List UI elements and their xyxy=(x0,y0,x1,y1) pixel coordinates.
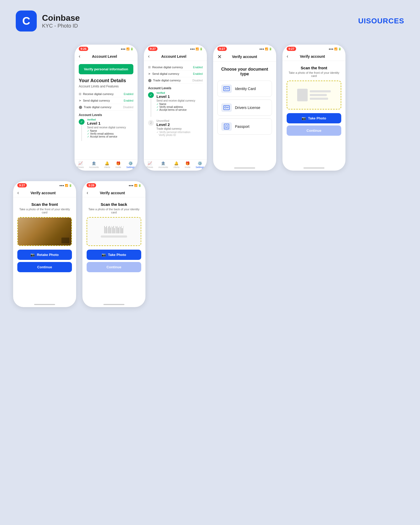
screen-4-scan-front: 9:27 ●●●📶🔋 ‹ Verify account Scan the fro… xyxy=(282,45,345,171)
status-bar-3: 9:27 ●●●📶🔋 xyxy=(213,45,276,52)
passport-label: Passport xyxy=(235,124,249,129)
level1-check3: ✓Accept terms of service xyxy=(87,135,126,138)
send-status: Enabled xyxy=(124,99,133,102)
svg-rect-0 xyxy=(224,87,229,91)
nav-alerts-1[interactable]: 🔔Alerts xyxy=(104,161,110,169)
status-icons-1: ●●●📶🔋 xyxy=(121,48,133,50)
page-header: C Coinbase KYC - Photo ID UISOURCES xyxy=(0,0,420,39)
close-button-3[interactable]: ✕ xyxy=(217,54,222,60)
screen1-content: Verify personal information Your Account… xyxy=(75,61,138,159)
s2-send-icon: ➤ xyxy=(148,72,151,76)
verify-personal-info-btn[interactable]: Verify personal information xyxy=(79,64,133,74)
take-photo-btn-6[interactable]: 📷 Take Photo xyxy=(87,250,141,260)
svg-point-5 xyxy=(225,107,226,108)
scan-placeholder xyxy=(297,89,331,101)
screen5-content: Scan the front Take a photo of the front… xyxy=(13,197,76,302)
level1-badge: Verified xyxy=(87,118,126,121)
nav-prices-1[interactable]: 📈Prices xyxy=(77,161,84,169)
s2-level2-dot: 2 xyxy=(148,120,154,126)
level1-check2: ✓Verify email address xyxy=(87,132,126,135)
status-bar-5: 9:27 ●●●📶🔋 xyxy=(13,181,76,188)
svg-point-9 xyxy=(225,125,228,127)
status-bar-1: 9:26 ●●●📶🔋 xyxy=(75,45,138,52)
nav-accounts-2[interactable]: 🏦Accounts xyxy=(158,161,168,169)
level1-desc: Send and receive digital currency xyxy=(87,126,126,129)
nav-settings-1[interactable]: ⚙️Settings xyxy=(126,161,135,169)
screen-2-account-level: 9:27 ●●●📶🔋 ‹ Account Level ⊞Receive digi… xyxy=(144,45,207,171)
home-indicator-4 xyxy=(303,167,324,169)
feature-send: ➤Send digital currency Enabled xyxy=(79,97,133,104)
status-time-2: 9:27 xyxy=(148,47,158,51)
nav-bar-3: ✕ Verify account xyxy=(213,52,276,62)
s2-level1-dot: ✓ xyxy=(148,92,154,98)
bottom-nav-2: 📈Prices 🏦Accounts 🔔Alerts 🎁Invite ⚙️Sett… xyxy=(144,159,207,171)
nav-title-2: Account Level xyxy=(150,54,198,59)
scan-front-title: Scan the front xyxy=(287,66,341,70)
nav-settings-2[interactable]: ⚙️Settings xyxy=(196,161,204,169)
nav-title-6: Verify account xyxy=(88,191,136,195)
account-levels-label-2: Account Levels xyxy=(148,86,203,90)
home-indicator-3 xyxy=(234,167,255,169)
account-levels-label-1: Account Levels xyxy=(79,113,133,117)
s2-feature-receive: ⊞Receive digital currency Enabled xyxy=(148,64,203,71)
nav-bar-1: ‹ Account Level xyxy=(75,52,138,61)
trade-status: Disabled xyxy=(123,106,133,109)
level1-item: ✓ Verified Level 1 Send and receive digi… xyxy=(79,118,133,141)
camera-icon-5: 📷 xyxy=(30,253,35,257)
nav-prices-2[interactable]: 📈Prices xyxy=(146,161,153,169)
identity-card-icon xyxy=(221,85,232,93)
scan-front-subtitle: Take a photo of the front of your identi… xyxy=(287,71,341,77)
s2-feature-send: ➤Send digital currency Enabled xyxy=(148,71,203,77)
doc-choice-title: Choose your document type xyxy=(217,67,272,76)
scan-area-front-empty xyxy=(287,81,341,109)
nav-invite-1[interactable]: 🎁Invite xyxy=(116,161,121,169)
nav-invite-2[interactable]: 🎁Invite xyxy=(185,161,191,169)
status-time-1: 9:26 xyxy=(79,47,88,51)
take-photo-btn-4[interactable]: 📷 Take Photo xyxy=(287,113,341,123)
scan-area-with-photo xyxy=(17,217,72,246)
drivers-license-icon xyxy=(221,103,232,112)
brand-logo: UISOURCES xyxy=(358,17,404,25)
doc-drivers-license[interactable]: Drivers License xyxy=(217,99,272,116)
status-icons-3: ●●●📶🔋 xyxy=(259,48,272,50)
card-photo xyxy=(18,218,71,245)
status-time-4: 9:27 xyxy=(287,47,296,51)
status-icons-4: ●●●📶🔋 xyxy=(329,48,341,50)
nav-accounts-1[interactable]: 🏦Accounts xyxy=(89,161,99,169)
passport-icon xyxy=(221,122,232,131)
doc-passport[interactable]: Passport xyxy=(217,118,272,135)
level1-name: Level 1 xyxy=(87,121,126,125)
status-icons-2: ●●●📶🔋 xyxy=(190,48,203,50)
home-indicator-5 xyxy=(34,304,55,305)
s2-check2: ✓Verify email address xyxy=(156,106,195,108)
camera-icon-6: 📷 xyxy=(102,253,106,257)
screen3-content: Choose your document type Identity Card … xyxy=(213,62,276,166)
svg-rect-8 xyxy=(224,124,229,129)
retake-photo-btn[interactable]: 📷 Retake Photo xyxy=(17,250,72,260)
continue-btn-4[interactable]: Continue xyxy=(287,125,341,136)
screen-5-scan-front-photo: 9:27 ●●●📶🔋 ‹ Verify account Scan the fro… xyxy=(13,181,76,307)
screen4-content: Scan the front Take a photo of the front… xyxy=(282,61,345,166)
barcode-visual xyxy=(104,225,124,233)
level1-dot: ✓ xyxy=(79,119,85,125)
screen-6-scan-back: 9:28 ●●●📶🔋 ‹ Verify account Scan the bac… xyxy=(82,181,145,307)
nav-bar-5: ‹ Verify account xyxy=(13,188,76,197)
nav-alerts-2[interactable]: 🔔Alerts xyxy=(173,161,179,169)
continue-btn-6[interactable]: Continue xyxy=(87,262,141,272)
doc-identity-card[interactable]: Identity Card xyxy=(217,81,272,97)
screen-1-account-level: 9:26 ●●●📶🔋 ‹ Account Level Verify person… xyxy=(75,45,138,171)
s2-l2-check1: ✓Verify personal information xyxy=(156,131,190,134)
account-limits-label: Account Limits and Features xyxy=(79,85,133,88)
scan-back-subtitle: Take a photo of the back of your identit… xyxy=(87,208,141,214)
screens-row-1: 9:26 ●●●📶🔋 ‹ Account Level Verify person… xyxy=(0,39,420,176)
s2-l2-check2: Verify photo ID xyxy=(156,134,190,136)
receive-status: Enabled xyxy=(124,93,133,96)
s2-check3: ✓Accept terms of service xyxy=(156,108,195,111)
status-time-6: 9:28 xyxy=(87,183,96,187)
continue-btn-5[interactable]: Continue xyxy=(17,262,72,272)
status-time-5: 9:27 xyxy=(17,183,27,187)
nav-title-1: Account Level xyxy=(80,54,129,59)
status-bar-2: 9:27 ●●●📶🔋 xyxy=(144,45,207,52)
scan-front-title-5: Scan the front xyxy=(17,202,72,207)
app-name: Coinbase xyxy=(42,13,80,23)
